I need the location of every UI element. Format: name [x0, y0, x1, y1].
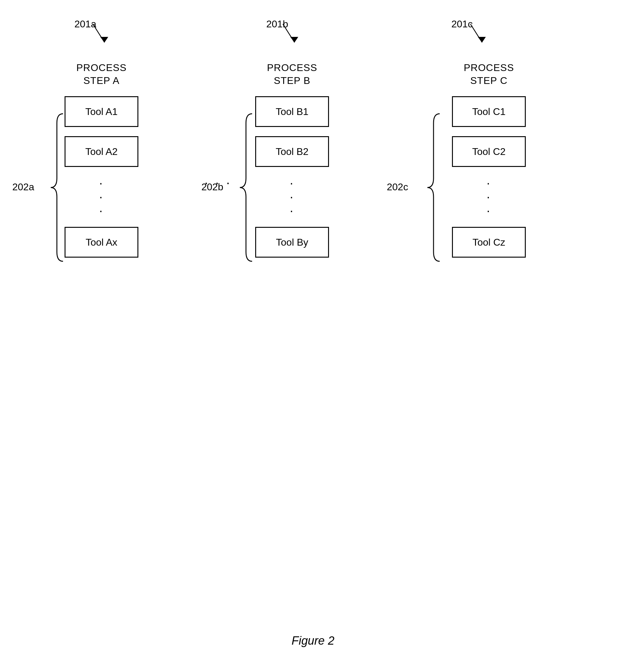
tool-box-c2: Tool C2 [452, 136, 526, 167]
process-title-a: PROCESSSTEP A [76, 62, 126, 87]
tool-box-c1: Tool C1 [452, 96, 526, 127]
ref-label-201a: 201a [74, 19, 96, 30]
process-title-c: PROCESSSTEP C [464, 62, 514, 87]
diagram: 201a 201b 201c · · · PROCESSSTEP A Tool … [0, 0, 626, 672]
column-c: PROCESSSTEP C Tool C1 Tool C2 ··· Tool C… [437, 62, 541, 267]
brace-label-202a: 202a [12, 182, 34, 193]
ref-label-201c: 201c [451, 19, 473, 30]
process-title-b: PROCESSSTEP B [267, 62, 317, 87]
ref-label-201b: 201b [266, 19, 288, 30]
tool-box-b2: Tool B2 [255, 136, 329, 167]
brace-label-202b: 202b [201, 182, 223, 193]
tool-box-b1: Tool B1 [255, 96, 329, 127]
tool-box-a1: Tool A1 [65, 96, 138, 127]
svg-marker-5 [478, 37, 486, 43]
column-a: PROCESSSTEP A Tool A1 Tool A2 ··· Tool A… [49, 62, 154, 267]
svg-marker-1 [100, 37, 108, 43]
tool-box-by: Tool By [255, 227, 329, 258]
svg-marker-3 [290, 37, 298, 43]
tool-box-ax: Tool Ax [65, 227, 138, 258]
dots-c: ··· [486, 176, 491, 218]
figure-label: Figure 2 [291, 634, 334, 647]
brace-label-202c: 202c [387, 182, 408, 193]
dots-b: ··· [290, 176, 294, 218]
tool-box-a2: Tool A2 [65, 136, 138, 167]
column-b: PROCESSSTEP B Tool B1 Tool B2 ··· Tool B… [240, 62, 344, 267]
tool-box-cz: Tool Cz [452, 227, 526, 258]
dots-a: ··· [99, 176, 104, 218]
